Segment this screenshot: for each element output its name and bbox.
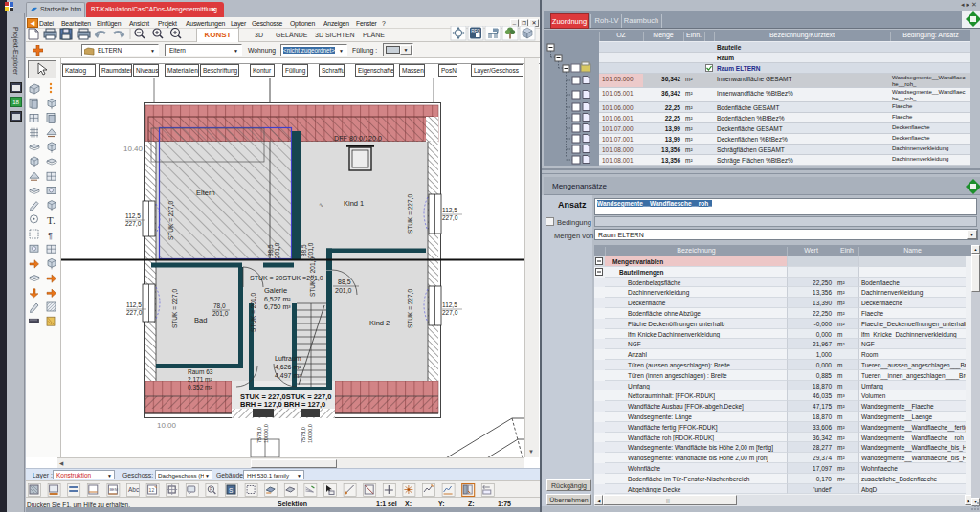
svg-text:88,5: 88,5 xyxy=(267,244,274,256)
svg-text:88,5: 88,5 xyxy=(301,244,307,256)
svg-text:10000,0: 10000,0 xyxy=(307,424,313,443)
svg-text:Eltern: Eltern xyxy=(196,189,215,197)
svg-text:201,0: 201,0 xyxy=(212,310,229,317)
svg-text:STUK = 227,0: STUK = 227,0 xyxy=(171,289,178,328)
svg-text:6,750 m³: 6,750 m³ xyxy=(264,303,291,310)
svg-text:STUK = 227,0: STUK = 227,0 xyxy=(407,289,413,328)
svg-text:112,5: 112,5 xyxy=(442,207,457,213)
svg-text:∿: ∿ xyxy=(319,202,323,208)
svg-text:201,0: 201,0 xyxy=(307,242,314,258)
svg-text:Raum 63: Raum 63 xyxy=(188,368,213,375)
svg-text:4,626 m²: 4,626 m² xyxy=(275,364,301,370)
svg-text:STUK = 227,0: STUK = 227,0 xyxy=(167,201,174,240)
svg-text:4,497 m³: 4,497 m³ xyxy=(275,372,301,379)
svg-text:STUK = 227,0: STUK = 227,0 xyxy=(407,194,413,234)
svg-text:78,0: 78,0 xyxy=(213,302,226,309)
svg-text:DFF 80.0/120.0: DFF 80.0/120.0 xyxy=(334,134,382,143)
svg-text:6,527 m²: 6,527 m² xyxy=(264,296,291,302)
svg-text:STUK = 201,0: STUK = 201,0 xyxy=(250,293,256,332)
svg-text:227,0: 227,0 xyxy=(125,220,142,227)
svg-text:¶: ¶ xyxy=(48,231,53,240)
svg-text:10.00: 10.00 xyxy=(157,421,177,430)
svg-text:Kind 1: Kind 1 xyxy=(344,199,364,208)
svg-text:10.40: 10.40 xyxy=(123,145,144,153)
svg-text:112,5: 112,5 xyxy=(125,212,141,219)
svg-text:RFO: RFO xyxy=(471,29,480,33)
svg-text:10000,0: 10000,0 xyxy=(263,424,269,443)
svg-text:P: P xyxy=(210,487,212,492)
svg-text:112,5: 112,5 xyxy=(442,301,457,308)
svg-text:7578,0: 7578,0 xyxy=(256,427,262,443)
svg-text:227,0: 227,0 xyxy=(442,214,458,221)
svg-text:Bad: Bad xyxy=(194,316,207,324)
svg-text:T.: T. xyxy=(47,214,56,226)
svg-text:227,0: 227,0 xyxy=(126,309,143,316)
svg-text:7578,0: 7578,0 xyxy=(301,427,306,443)
svg-text:227,0: 227,0 xyxy=(442,309,458,316)
svg-text:BRH = 127,0 BRH = 127,0: BRH = 127,0 BRH = 127,0 xyxy=(240,400,325,409)
svg-text:Luftraum: Luftraum xyxy=(275,355,301,362)
svg-text:Kind 2: Kind 2 xyxy=(369,319,390,327)
svg-text:201,0: 201,0 xyxy=(274,242,280,258)
svg-text:12: 12 xyxy=(149,487,155,493)
svg-text:201,0: 201,0 xyxy=(335,287,352,294)
svg-text:112,5: 112,5 xyxy=(126,301,142,308)
svg-text:STUK = 201,0: STUK = 201,0 xyxy=(309,257,316,297)
svg-text:88,5: 88,5 xyxy=(338,278,351,285)
svg-text:Abc: Abc xyxy=(128,486,140,493)
svg-text:0,352 m²: 0,352 m² xyxy=(188,384,212,390)
svg-text:2,171 m²: 2,171 m² xyxy=(188,376,212,383)
svg-text:S: S xyxy=(229,487,234,494)
svg-text:BEM: BEM xyxy=(109,487,118,492)
svg-text:Galerie: Galerie xyxy=(264,286,287,295)
